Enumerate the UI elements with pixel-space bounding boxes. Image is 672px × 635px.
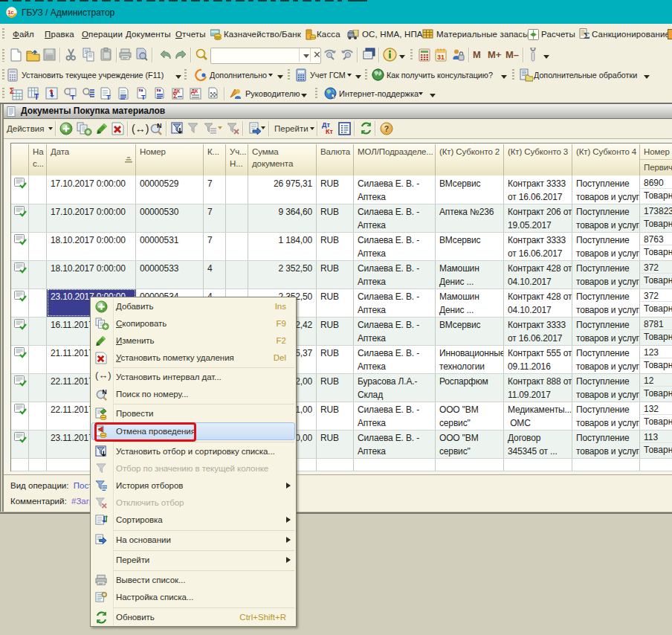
svg-text:Σ: Σ: [173, 92, 178, 100]
svg-text:N: N: [157, 122, 162, 129]
svg-text:Т: Т: [34, 93, 39, 100]
svg-text:Т: Т: [141, 94, 146, 100]
svg-text:Т: Т: [71, 94, 75, 100]
svg-text:?: ?: [384, 124, 390, 133]
svg-text:Т: Т: [106, 94, 111, 100]
svg-text:1с: 1с: [7, 9, 13, 16]
svg-text:Σ: Σ: [584, 30, 590, 41]
svg-text:N: N: [102, 388, 106, 396]
svg-text:Σ: Σ: [10, 87, 14, 95]
svg-text:31: 31: [437, 54, 445, 61]
svg-text:ДК: ДК: [191, 88, 198, 94]
